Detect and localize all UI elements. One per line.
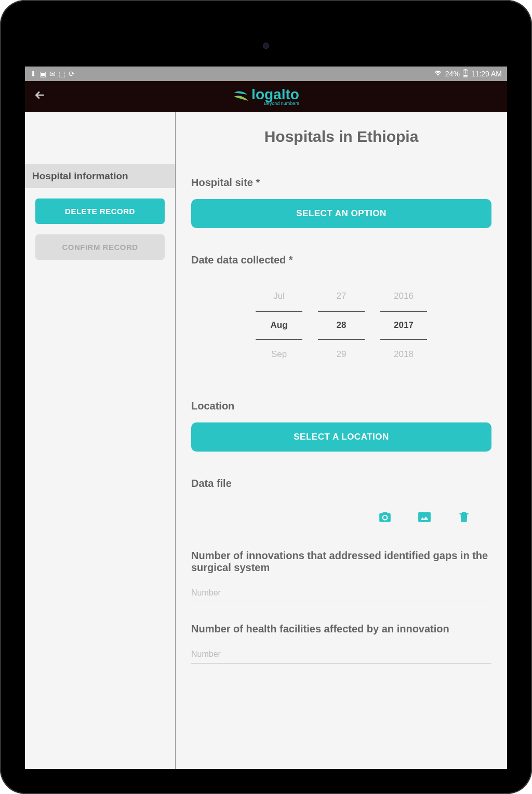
hospital-site-label: Hospital site * [191, 177, 491, 189]
date-picker[interactable]: Jul Aug Sep 27 28 29 2016 20 [191, 282, 491, 369]
back-arrow-icon[interactable] [25, 88, 55, 105]
image-icon[interactable] [418, 510, 431, 524]
year-column[interactable]: 2016 2017 2018 [380, 282, 427, 369]
status-icons-right: 24% 11:29 AM [434, 69, 502, 79]
status-icons-left: ⬇ ▣ ✉ ⬚ ⟳ [30, 70, 75, 78]
facilities-affected-input[interactable] [191, 645, 491, 664]
camera-icon[interactable] [378, 510, 392, 524]
main-panel: Hospitals in Ethiopia Hospital site * SE… [176, 112, 507, 769]
month-next[interactable]: Sep [256, 340, 302, 369]
tablet-camera [263, 43, 269, 49]
facilities-affected-label: Number of health facilities affected by … [191, 623, 491, 635]
data-file-label: Data file [191, 478, 491, 489]
svg-rect-1 [464, 69, 467, 70]
logo-text: logalto [251, 87, 299, 102]
screenshot-icon: ▣ [39, 70, 46, 78]
battery-level: 24% [445, 70, 460, 78]
confirm-record-button: CONFIRM RECORD [35, 234, 165, 260]
data-file-actions [191, 500, 491, 545]
page-title: Hospitals in Ethiopia [191, 128, 491, 145]
year-next[interactable]: 2018 [380, 340, 427, 369]
tablet-inner: ⬇ ▣ ✉ ⬚ ⟳ 24% 11:29 AM [6, 6, 526, 788]
select-hospital-site-button[interactable]: SELECT AN OPTION [191, 199, 491, 228]
select-location-button[interactable]: SELECT A LOCATION [191, 422, 491, 452]
day-column[interactable]: 27 28 29 [318, 282, 365, 369]
delete-record-button[interactable]: DELETE RECORD [35, 198, 165, 224]
content-area: Hospital information DELETE RECORD CONFI… [25, 112, 507, 769]
svg-rect-2 [463, 75, 467, 77]
date-collected-label: Date data collected * [191, 254, 491, 266]
sidebar-section-label[interactable]: Hospital information [25, 164, 175, 188]
status-bar: ⬇ ▣ ✉ ⬚ ⟳ 24% 11:29 AM [25, 67, 507, 81]
day-next[interactable]: 29 [318, 340, 365, 369]
innovations-gaps-label: Number of innovations that addressed ide… [191, 550, 491, 574]
logo: logalto Beyond numbers [233, 87, 299, 106]
download-icon: ⬇ [30, 70, 36, 78]
screen: ⬇ ▣ ✉ ⬚ ⟳ 24% 11:29 AM [25, 67, 507, 769]
app-icon: ⬚ [59, 70, 65, 78]
clock-time: 11:29 AM [471, 70, 502, 78]
sync-icon: ⟳ [69, 70, 75, 78]
location-label: Location [191, 400, 491, 412]
year-current[interactable]: 2017 [380, 311, 427, 340]
mail-icon: ✉ [49, 70, 56, 78]
year-prev[interactable]: 2016 [380, 282, 427, 311]
logo-icon [233, 89, 249, 104]
month-current[interactable]: Aug [256, 311, 302, 340]
sidebar: Hospital information DELETE RECORD CONFI… [25, 112, 176, 769]
trash-icon[interactable] [457, 510, 471, 524]
battery-icon [463, 69, 468, 79]
month-column[interactable]: Jul Aug Sep [256, 282, 302, 369]
app-header: logalto Beyond numbers [25, 81, 507, 112]
innovations-gaps-input[interactable] [191, 584, 491, 602]
wifi-icon [434, 70, 442, 78]
month-prev[interactable]: Jul [256, 282, 302, 311]
tablet-frame: ⬇ ▣ ✉ ⬚ ⟳ 24% 11:29 AM [0, 0, 532, 794]
day-prev[interactable]: 27 [318, 282, 365, 311]
day-current[interactable]: 28 [318, 311, 365, 340]
